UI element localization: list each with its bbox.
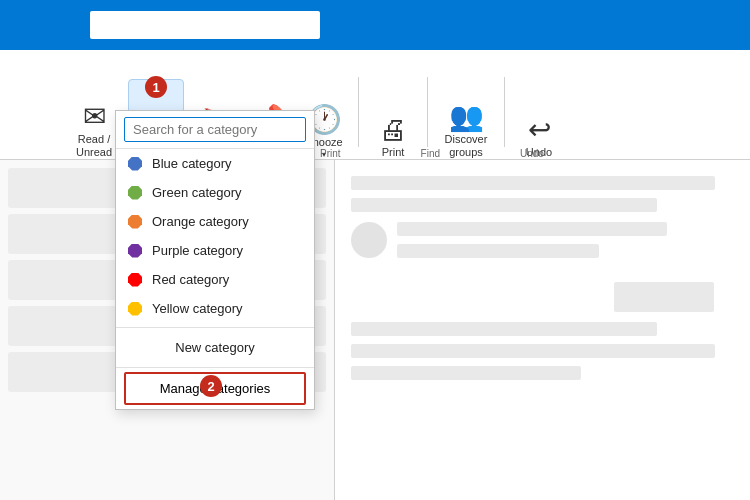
- top-search-box[interactable]: [90, 11, 320, 39]
- categorise-dropdown: Blue categoryGreen categoryOrange catego…: [115, 110, 315, 410]
- ribbon-divider-2: [427, 77, 428, 147]
- main-content: [0, 160, 750, 500]
- dropdown-divider-2: [116, 367, 314, 368]
- email-header: [351, 222, 734, 266]
- category-color-dot: [128, 157, 142, 171]
- category-item[interactable]: Blue category: [116, 149, 314, 178]
- group-label-undo: Undo: [520, 148, 544, 159]
- group-label-find: Find: [421, 148, 440, 159]
- print-icon: 🖨: [379, 116, 407, 144]
- email-line-2: [351, 198, 657, 212]
- category-list: Blue categoryGreen categoryOrange catego…: [116, 149, 314, 323]
- discover-icon: 👥: [449, 103, 484, 131]
- print-button[interactable]: 🖨 Print: [365, 79, 421, 159]
- ribbon-divider-3: [504, 77, 505, 147]
- email-body-line-1: [351, 322, 657, 336]
- category-color-dot: [128, 186, 142, 200]
- badge-1: 1: [145, 76, 167, 98]
- ribbon: ✉ Read / Unread 1 🏷 Categorise ▾ ⚑ Flag …: [0, 50, 750, 160]
- category-item-label: Yellow category: [152, 301, 243, 316]
- dropdown-divider-1: [116, 327, 314, 328]
- right-pane: [335, 160, 750, 500]
- email-body-line-2: [351, 344, 715, 358]
- read-unread-label: Read / Unread: [76, 133, 112, 159]
- category-search-input[interactable]: [124, 117, 306, 142]
- category-color-dot: [128, 244, 142, 258]
- sender-email-blur: [397, 244, 599, 258]
- category-item[interactable]: Purple category: [116, 236, 314, 265]
- discover-groups-button[interactable]: 👥 Discover groups: [434, 79, 498, 159]
- top-bar: [0, 0, 750, 50]
- undo-button[interactable]: ↩ Undo: [511, 79, 567, 159]
- dropdown-search-container: [116, 111, 314, 149]
- category-item[interactable]: Green category: [116, 178, 314, 207]
- sender-info: [397, 222, 734, 266]
- category-item[interactable]: Yellow category: [116, 294, 314, 323]
- category-item-label: Red category: [152, 272, 229, 287]
- amazon-logo: [614, 282, 714, 312]
- category-item-label: Orange category: [152, 214, 249, 229]
- category-color-dot: [128, 302, 142, 316]
- sender-avatar: [351, 222, 387, 258]
- sender-name-blur: [397, 222, 667, 236]
- new-category-button[interactable]: New category: [116, 332, 314, 363]
- undo-icon: ↩: [528, 116, 551, 144]
- email-body-line-3: [351, 366, 581, 380]
- category-item[interactable]: Red category: [116, 265, 314, 294]
- badge-2-container: 2: [200, 375, 222, 397]
- category-item-label: Green category: [152, 185, 242, 200]
- read-unread-icon: ✉: [83, 103, 106, 131]
- category-item-label: Blue category: [152, 156, 232, 171]
- category-color-dot: [128, 215, 142, 229]
- category-item-label: Purple category: [152, 243, 243, 258]
- category-item[interactable]: Orange category: [116, 207, 314, 236]
- email-subject-blur: [351, 176, 715, 190]
- ribbon-divider-1: [358, 77, 359, 147]
- badge-2: 2: [200, 375, 222, 397]
- category-color-dot: [128, 273, 142, 287]
- group-label-print: Print: [320, 148, 341, 159]
